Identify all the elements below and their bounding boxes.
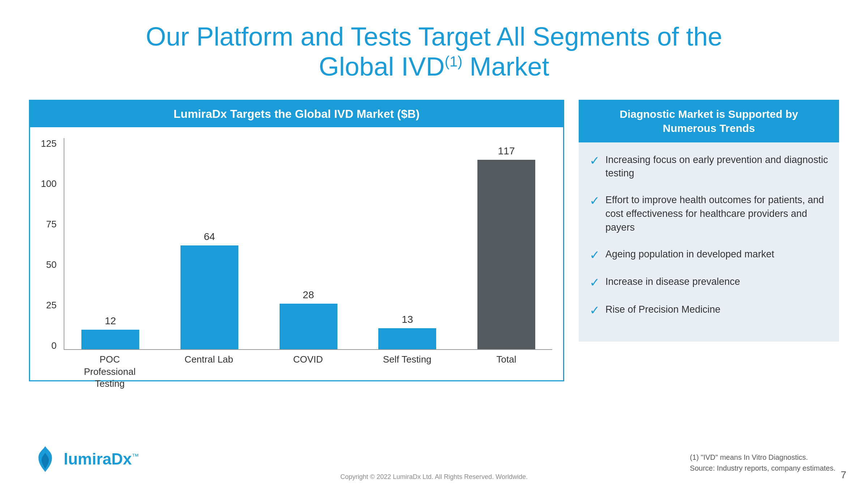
y-label-75: 75 (46, 219, 56, 230)
title-line2: Global IVD(1) Market (29, 52, 839, 82)
bars-area: 12 64 28 (64, 138, 552, 350)
trend-text-5: Rise of Precision Medicine (605, 303, 720, 317)
bar-centrallab: 64 (171, 231, 248, 349)
footnote-line1: (1) "IVD" means In Vitro Diagnostics. (690, 452, 835, 463)
trends-section: Diagnostic Market is Supported byNumerou… (579, 100, 839, 342)
lumiradx-flame-icon (33, 445, 58, 474)
bar-selftesting: 13 (369, 314, 446, 349)
content-row: LumiraDx Targets the Global IVD Market (… (29, 100, 839, 436)
y-label-0: 0 (51, 340, 56, 351)
trend-check-3: ✓ (590, 248, 600, 262)
bar-covid-rect (280, 304, 337, 349)
chart-plot: 12 64 28 (64, 138, 552, 380)
chart-body: 125 100 75 50 25 0 12 (30, 127, 563, 380)
bar-poc-rect (81, 330, 139, 349)
logo-area: lumiraDx™ (33, 445, 139, 474)
trend-item-2: ✓ Effort to improve health outcomes for … (590, 193, 828, 234)
bar-covid: 28 (270, 289, 347, 349)
trend-item-4: ✓ Increase in disease prevalence (590, 275, 828, 290)
chart-section: LumiraDx Targets the Global IVD Market (… (29, 100, 564, 381)
trend-item-1: ✓ Increasing focus on early prevention a… (590, 153, 828, 181)
footnote: (1) "IVD" means In Vitro Diagnostics. So… (690, 452, 835, 474)
trend-check-2: ✓ (590, 193, 600, 208)
y-label-100: 100 (41, 178, 56, 189)
copyright: Copyright © 2022 LumiraDx Ltd. All Right… (340, 473, 528, 481)
trend-check-1: ✓ (590, 153, 600, 168)
x-label-selftesting: Self Testing (369, 354, 446, 390)
bar-total: 117 (468, 145, 545, 349)
bar-selftesting-rect (378, 328, 436, 349)
title-superscript: (1) (445, 53, 463, 69)
slide: Our Platform and Tests Target All Segmen… (0, 0, 868, 488)
bar-total-rect (477, 160, 535, 349)
x-labels: POCProfessionalTesting Central Lab COVID… (64, 350, 552, 390)
footnote-line2: Source: Industry reports, company estima… (690, 463, 835, 474)
y-label-125: 125 (41, 138, 56, 149)
trend-text-4: Increase in disease prevalence (605, 275, 740, 289)
y-label-50: 50 (46, 259, 56, 270)
logo-text: lumiraDx™ (64, 450, 139, 468)
trend-item-3: ✓ Ageing population in developed market (590, 248, 828, 262)
trend-item-5: ✓ Rise of Precision Medicine (590, 303, 828, 318)
trend-check-4: ✓ (590, 275, 600, 290)
trend-text-3: Ageing population in developed market (605, 248, 774, 261)
trends-body: ✓ Increasing focus on early prevention a… (579, 142, 839, 342)
trend-text-2: Effort to improve health outcomes for pa… (605, 193, 828, 234)
x-label-centrallab: Central Lab (170, 354, 248, 390)
x-label-total: Total (468, 354, 545, 390)
x-label-poc: POCProfessionalTesting (71, 354, 148, 390)
y-axis: 125 100 75 50 25 0 (41, 138, 64, 380)
y-label-25: 25 (46, 300, 56, 311)
trend-text-1: Increasing focus on early prevention and… (605, 153, 828, 181)
slide-title: Our Platform and Tests Target All Segmen… (29, 22, 839, 82)
bar-poc: 12 (72, 315, 149, 349)
chart-header: LumiraDx Targets the Global IVD Market (… (30, 101, 563, 127)
trend-check-5: ✓ (590, 303, 600, 318)
bar-centrallab-rect (180, 245, 238, 349)
title-line1: Our Platform and Tests Target All Segmen… (29, 22, 839, 52)
trends-header: Diagnostic Market is Supported byNumerou… (579, 100, 839, 142)
footer: lumiraDx™ (1) "IVD" means In Vitro Diagn… (29, 445, 839, 474)
page-number: 7 (841, 469, 846, 481)
x-label-covid: COVID (269, 354, 347, 390)
title-ivd: Global IVD(1) Market (319, 52, 549, 81)
